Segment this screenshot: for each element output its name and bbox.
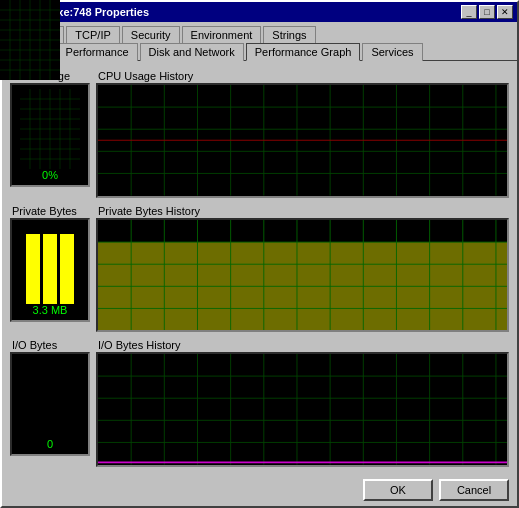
io-bytes-panel-container: I/O Bytes	[10, 338, 90, 467]
cpu-history-container: CPU Usage History	[96, 69, 509, 198]
private-bytes-gauge-box: 3.3 MB	[10, 218, 90, 322]
io-bytes-value: 0	[16, 438, 84, 450]
io-bytes-gauge	[20, 358, 80, 438]
bottom-bar: OK Cancel	[2, 475, 517, 507]
io-bytes-label: I/O Bytes	[10, 338, 90, 352]
private-bytes-history-graph	[96, 218, 509, 333]
private-bytes-panel-container: Private Bytes 3.3 MB	[10, 204, 90, 333]
cpu-gauge-box: 0%	[10, 83, 90, 187]
bytes-bar-3	[60, 234, 74, 304]
private-bytes-row: Private Bytes 3.3 MB Private Bytes Histo…	[10, 204, 509, 333]
tab-row-1: Threads TCP/IP Security Environment Stri…	[2, 22, 517, 42]
cpu-history-graph	[96, 83, 509, 198]
private-bytes-gauge	[20, 224, 80, 304]
ok-button[interactable]: OK	[363, 479, 433, 501]
tab-disk-network[interactable]: Disk and Network	[140, 43, 244, 61]
private-bytes-value: 3.3 MB	[16, 304, 84, 316]
tab-row-2: Image Performance Disk and Network Perfo…	[2, 42, 517, 61]
private-bytes-label: Private Bytes	[10, 204, 90, 218]
io-bytes-history-graph	[96, 352, 509, 467]
content-area: CPU Usage	[2, 61, 517, 475]
io-bytes-history-label: I/O Bytes History	[96, 338, 509, 352]
private-bytes-history-container: Private Bytes History	[96, 204, 509, 333]
close-button[interactable]: ✕	[497, 5, 513, 19]
tab-performance-graph[interactable]: Performance Graph	[246, 43, 361, 61]
cpu-gauge	[20, 89, 80, 169]
io-bytes-row: I/O Bytes	[10, 338, 509, 467]
tab-security[interactable]: Security	[122, 26, 180, 43]
io-bytes-gauge-box: 0	[10, 352, 90, 456]
bytes-bar-1	[26, 234, 40, 304]
tab-strings[interactable]: Strings	[263, 26, 315, 43]
tab-performance[interactable]: Performance	[57, 43, 138, 61]
tab-environment[interactable]: Environment	[182, 26, 262, 43]
svg-rect-62	[98, 354, 507, 465]
cancel-button[interactable]: Cancel	[439, 479, 509, 501]
cpu-history-label: CPU Usage History	[96, 69, 509, 83]
title-bar-buttons: _ □ ✕	[461, 5, 513, 19]
cpu-panel-container: CPU Usage	[10, 69, 90, 198]
maximize-button[interactable]: □	[479, 5, 495, 19]
io-bytes-history-container: I/O Bytes History	[96, 338, 509, 467]
bytes-bar-2	[43, 234, 57, 304]
cpu-row: CPU Usage	[10, 69, 509, 198]
title-bar: mfevtps.exe:748 Properties _ □ ✕	[2, 2, 517, 22]
tab-tcpip[interactable]: TCP/IP	[66, 26, 119, 43]
main-window: mfevtps.exe:748 Properties _ □ ✕ Threads…	[0, 0, 519, 508]
minimize-button[interactable]: _	[461, 5, 477, 19]
private-bytes-history-label: Private Bytes History	[96, 204, 509, 218]
tab-services[interactable]: Services	[362, 43, 422, 61]
cpu-value: 0%	[16, 169, 84, 181]
